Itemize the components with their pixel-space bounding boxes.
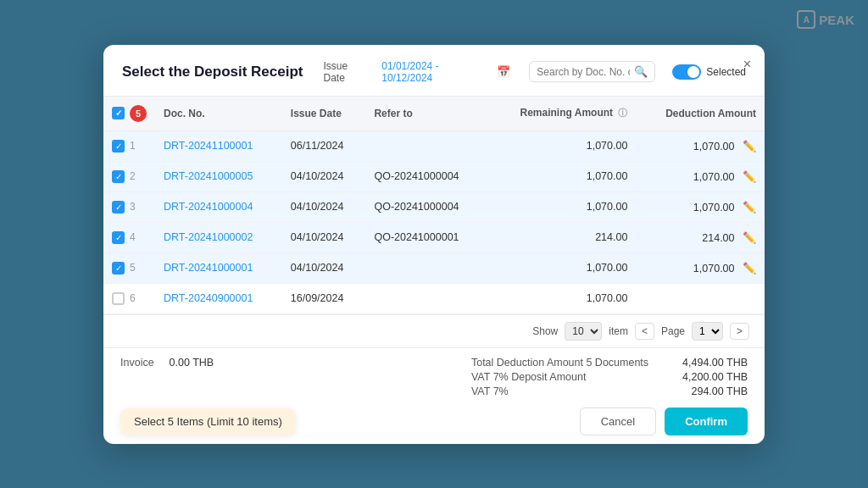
- remaining-3: 214.00: [487, 222, 636, 252]
- issue-date-3: 04/10/2024: [282, 222, 366, 252]
- deduction-0: 1,070.00 ✏️: [636, 130, 765, 161]
- table-body: ✓ 1 DRT-20241100001 06/11/2024 1,070.00 …: [103, 130, 765, 313]
- total-deduction-row: Total Deduction Amount 5 Documents 4,494…: [471, 357, 748, 369]
- edit-icon-3[interactable]: ✏️: [743, 231, 756, 244]
- issue-date-2: 04/10/2024: [282, 191, 366, 222]
- table-row: ✓ 1 DRT-20241100001 06/11/2024 1,070.00 …: [103, 130, 765, 161]
- vat-deposit-row: VAT 7% Deposit Amount 4,200.00 THB: [471, 371, 748, 383]
- deduction-4: 1,070.00 ✏️: [636, 252, 765, 283]
- doc-no-3[interactable]: DRT-20241000002: [155, 222, 282, 252]
- edit-icon-2[interactable]: ✏️: [743, 201, 756, 214]
- row-checkbox-1[interactable]: ✓: [112, 170, 125, 183]
- row-num-4: 5: [130, 262, 136, 274]
- refer-to-0: [365, 130, 487, 161]
- deduction-2: 1,070.00 ✏️: [636, 191, 765, 222]
- col-remaining-amount: Remaining Amount ⓘ: [487, 97, 636, 131]
- issue-date-1: 04/10/2024: [282, 161, 366, 191]
- refer-to-5: [365, 283, 487, 313]
- table-row: ✓ 4 DRT-20241000002 04/10/2024 QO-202410…: [103, 222, 765, 252]
- edit-icon-4[interactable]: ✏️: [743, 262, 756, 274]
- doc-no-0[interactable]: DRT-20241100001: [155, 130, 282, 161]
- footer-top: Invoice 0.00 THB Total Deduction Amount …: [120, 357, 748, 397]
- refer-to-2: QO-20241000004: [365, 191, 487, 222]
- row-checkbox-0[interactable]: ✓: [112, 140, 125, 152]
- row-num-5: 6: [130, 292, 136, 304]
- remaining-1: 1,070.00: [487, 161, 636, 191]
- remaining-2: 1,070.00: [487, 191, 636, 222]
- col-deduction-amount: Deduction Amount: [636, 97, 765, 131]
- search-icon: 🔍: [634, 65, 648, 78]
- header-checkbox[interactable]: ✓: [112, 107, 125, 119]
- deposit-table: ✓ 5 Doc. No. Issue Date Refer to Remaini…: [103, 97, 765, 314]
- row-checkbox-cell[interactable]: ✓ 5: [103, 252, 155, 283]
- page-select[interactable]: 1: [692, 322, 723, 341]
- deduction-1: 1,070.00 ✏️: [636, 161, 765, 191]
- row-num-0: 1: [130, 140, 136, 152]
- row-checkbox-cell[interactable]: ✓ 4: [103, 222, 155, 252]
- vat-deposit-value: 4,200.00 THB: [682, 371, 748, 383]
- footer-bar: Invoice 0.00 THB Total Deduction Amount …: [103, 347, 765, 444]
- row-num-1: 2: [130, 170, 136, 182]
- refer-to-3: QO-20241000001: [365, 222, 487, 252]
- modal-header: Select the Deposit Receipt Issue Date 01…: [103, 45, 765, 97]
- row-checkbox-cell[interactable]: ✓ 3: [103, 191, 155, 222]
- doc-no-2[interactable]: DRT-20241000004: [155, 191, 282, 222]
- issue-date-value: 01/01/2024 - 10/12/2024: [381, 60, 483, 84]
- table-row: ✓ 3 DRT-20241000004 04/10/2024 QO-202410…: [103, 191, 765, 222]
- show-select[interactable]: 10 20 50: [565, 322, 602, 341]
- row-checkbox-cell[interactable]: ✓ 1: [103, 130, 155, 161]
- calendar-icon[interactable]: 📅: [497, 65, 510, 78]
- edit-icon-1[interactable]: ✏️: [743, 170, 756, 183]
- selected-toggle[interactable]: [672, 64, 701, 80]
- invoice-section: Invoice 0.00 THB: [120, 357, 214, 369]
- col-issue-date: Issue Date: [282, 97, 366, 131]
- vat-label: VAT 7%: [471, 385, 509, 397]
- row-checkbox-3[interactable]: ✓: [112, 231, 125, 244]
- col-refer-to: Refer to: [365, 97, 487, 131]
- toggle-wrap[interactable]: Selected: [672, 64, 746, 80]
- refer-to-1: QO-20241000004: [365, 161, 487, 191]
- footer-bottom: Select 5 Items (Limit 10 items) Cancel C…: [120, 408, 748, 435]
- deduction-section: Total Deduction Amount 5 Documents 4,494…: [471, 357, 748, 397]
- modal-overlay: Select the Deposit Receipt Issue Date 01…: [0, 0, 868, 488]
- deduction-3: 214.00 ✏️: [636, 222, 765, 252]
- deduction-5: [636, 283, 765, 313]
- doc-no-1[interactable]: DRT-20241000005: [155, 161, 282, 191]
- vat-value: 294.00 THB: [692, 385, 748, 397]
- close-button[interactable]: ×: [743, 57, 751, 72]
- item-label: item: [609, 325, 628, 337]
- invoice-amount: 0.00 THB: [170, 357, 214, 369]
- next-btn[interactable]: >: [730, 323, 749, 340]
- vat-deposit-label: VAT 7% Deposit Amount: [471, 371, 587, 383]
- cancel-button[interactable]: Cancel: [580, 408, 656, 435]
- confirm-button[interactable]: Confirm: [665, 408, 748, 435]
- search-input[interactable]: [537, 66, 630, 78]
- remaining-4: 1,070.00: [487, 252, 636, 283]
- remaining-5: 1,070.00: [487, 283, 636, 313]
- table-row: ✓ 2 DRT-20241000005 04/10/2024 QO-202410…: [103, 161, 765, 191]
- page-label: Page: [661, 325, 685, 337]
- refer-to-4: [365, 252, 487, 283]
- row-num-2: 3: [130, 201, 136, 213]
- doc-no-5[interactable]: DRT-20240900001: [155, 283, 282, 313]
- table-row: ✓ 5 DRT-20241000001 04/10/2024 1,070.00 …: [103, 252, 765, 283]
- doc-no-4[interactable]: DRT-20241000001: [155, 252, 282, 283]
- modal: Select the Deposit Receipt Issue Date 01…: [103, 45, 765, 444]
- total-deduction-label: Total Deduction Amount 5 Documents: [471, 357, 648, 369]
- prev-btn[interactable]: <: [635, 323, 654, 340]
- col-doc-no: Doc. No.: [155, 97, 282, 131]
- search-box[interactable]: 🔍: [529, 61, 655, 82]
- remaining-0: 1,070.00: [487, 130, 636, 161]
- issue-date-5: 16/09/2024: [282, 283, 366, 313]
- row-checkbox-4[interactable]: ✓: [112, 262, 125, 274]
- edit-icon-0[interactable]: ✏️: [743, 140, 756, 152]
- toggle-knob: [687, 66, 699, 78]
- row-checkbox-5[interactable]: [112, 292, 125, 305]
- total-deduction-value: 4,494.00 THB: [682, 357, 748, 369]
- row-checkbox-2[interactable]: ✓: [112, 201, 125, 214]
- row-checkbox-cell[interactable]: ✓ 2: [103, 161, 155, 191]
- remaining-info-icon: ⓘ: [618, 108, 627, 118]
- table-row: 6 DRT-20240900001 16/09/2024 1,070.00: [103, 283, 765, 313]
- table-header-row: ✓ 5 Doc. No. Issue Date Refer to Remaini…: [103, 97, 765, 131]
- row-checkbox-cell[interactable]: 6: [103, 283, 155, 313]
